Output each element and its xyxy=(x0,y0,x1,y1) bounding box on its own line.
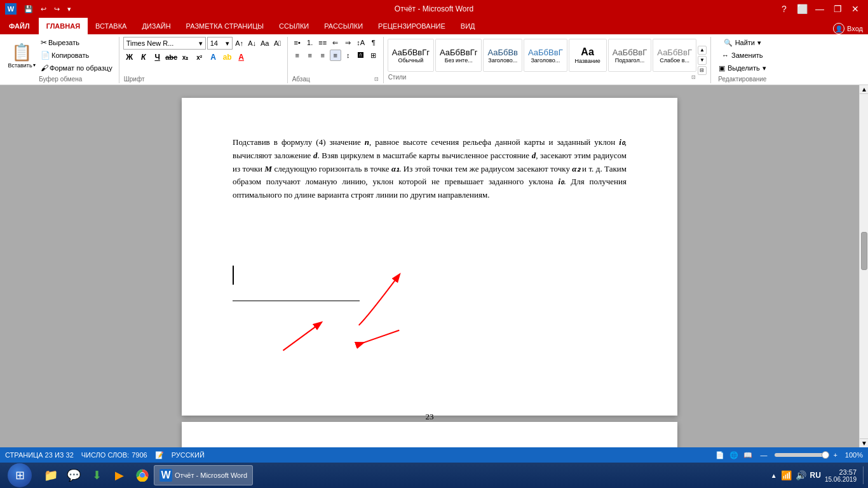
styles-scroll-up[interactable]: ▲ xyxy=(698,46,707,55)
style-title[interactable]: Аа Название xyxy=(569,39,607,72)
clear-format-btn[interactable]: A⃝ xyxy=(272,37,283,49)
tab-mailings[interactable]: РАССЫЛКИ xyxy=(316,18,370,34)
redo-quick-btn[interactable]: ↪ xyxy=(51,4,62,15)
close-btn[interactable]: ✕ xyxy=(848,1,863,17)
minimize-btn[interactable]: — xyxy=(812,1,827,17)
tab-file[interactable]: ФАЙЛ xyxy=(0,18,39,34)
font-grow-btn[interactable]: A↑ xyxy=(234,37,245,49)
find-button[interactable]: 🔍 Найти ▾ xyxy=(720,37,765,48)
select-button[interactable]: ▣ Выделить ▾ xyxy=(715,62,770,74)
sort-btn[interactable]: ↕A xyxy=(355,37,367,48)
taskbar: ⊞ 📁 💬 ⬇ ▶ W Отчёт - Microsoft Word ▲ 📶 🔊… xyxy=(0,463,868,488)
customize-quick-btn[interactable]: ▾ xyxy=(65,4,74,15)
login-button[interactable]: 👤 Вход xyxy=(833,23,863,34)
change-case-btn[interactable]: Aa xyxy=(259,37,271,49)
tab-view[interactable]: ВИД xyxy=(453,18,483,34)
clock-area[interactable]: 23:57 15.06.2019 xyxy=(825,468,857,483)
document-area[interactable]: Подставив в формулу (4) значение n, равн… xyxy=(0,85,859,447)
view-print-btn[interactable]: 📄 xyxy=(715,451,724,459)
tab-home[interactable]: ГЛАВНАЯ xyxy=(39,18,88,34)
font-family-select[interactable]: Times New R... ▾ xyxy=(123,37,206,50)
style-subtle-em[interactable]: АаБбВвГ Слабое в... xyxy=(653,39,696,72)
bullets-btn[interactable]: ≡• xyxy=(292,37,303,48)
tray-arrow[interactable]: ▲ xyxy=(771,472,777,479)
styles-expand-icon[interactable]: ⊡ xyxy=(691,74,696,80)
style-subtitle[interactable]: АаБбВвГ Подзагол... xyxy=(608,39,652,72)
tab-insert[interactable]: ВСТАВКА xyxy=(88,18,134,34)
font-shrink-btn[interactable]: A↓ xyxy=(247,37,258,49)
bold-button[interactable]: Ж xyxy=(123,51,136,64)
taskbar-downloader[interactable]: ⬇ xyxy=(85,465,108,485)
font-row-2: Ж К Ч abc x₂ x² A ab A xyxy=(123,51,248,64)
view-read-btn[interactable]: 📖 xyxy=(743,451,752,459)
taskbar-explorer[interactable]: 📁 xyxy=(39,465,62,485)
style-h2-label: Заголово... xyxy=(531,57,560,64)
proofing-icon[interactable]: 📝 xyxy=(155,451,164,459)
tab-references[interactable]: ССЫЛКИ xyxy=(271,18,316,34)
taskbar-media[interactable]: ▶ xyxy=(108,465,131,485)
save-quick-btn[interactable]: 💾 xyxy=(22,4,36,15)
taskbar-discord[interactable]: 💬 xyxy=(62,465,85,485)
zoom-minus-btn[interactable]: — xyxy=(760,451,767,459)
tab-design[interactable]: ДИЗАЙН xyxy=(134,18,178,34)
align-left-btn[interactable]: ≡ xyxy=(292,50,303,61)
align-right-btn[interactable]: ≡ xyxy=(317,50,329,61)
style-heading2[interactable]: АаБбВвГ Заголово... xyxy=(524,39,567,72)
font-color-btn[interactable]: A xyxy=(235,51,248,64)
styles-scroll-down[interactable]: ▼ xyxy=(698,56,707,65)
show-desktop-btn[interactable] xyxy=(863,466,865,484)
multilevel-btn[interactable]: ≡≡ xyxy=(317,37,329,48)
cut-button[interactable]: ✂ Вырезать xyxy=(38,37,115,48)
taskbar-word[interactable]: W Отчёт - Microsoft Word xyxy=(154,465,253,485)
language-indicator[interactable]: RU xyxy=(810,471,821,480)
italic-button[interactable]: К xyxy=(137,51,150,64)
superscript-button[interactable]: x² xyxy=(193,51,206,64)
undo-quick-btn[interactable]: ↩ xyxy=(38,4,49,15)
language[interactable]: РУССКИЙ xyxy=(172,451,205,459)
volume-icon[interactable]: 🔊 xyxy=(796,470,806,480)
zoom-plus-btn[interactable]: + xyxy=(833,451,837,459)
zoom-slider[interactable] xyxy=(775,453,825,457)
styles-scroll-more[interactable]: ⊟ xyxy=(698,66,707,75)
paragraph-group-content: ≡• 1. ≡≡ ⇐ ⇒ ↕A ¶ ≡ ≡ ≡ ≡ ↕ 🅰 ⊞ xyxy=(292,37,379,74)
borders-btn[interactable]: ⊞ xyxy=(368,50,379,61)
justify-btn[interactable]: ≡ xyxy=(330,50,341,61)
replace-label: Заменить xyxy=(731,51,763,59)
scroll-thumb[interactable] xyxy=(861,232,867,270)
view-web-btn[interactable]: 🌐 xyxy=(729,451,738,459)
underline-button[interactable]: Ч xyxy=(151,51,164,64)
help-btn[interactable]: ? xyxy=(776,1,792,17)
scroll-down-btn[interactable]: ▼ xyxy=(860,438,868,447)
decrease-indent-btn[interactable]: ⇐ xyxy=(330,37,341,48)
paragraph-expand-icon[interactable]: ⊡ xyxy=(374,76,379,82)
ribbon-display-btn[interactable]: ⬜ xyxy=(794,1,810,17)
highlight-btn[interactable]: ab xyxy=(221,51,234,64)
strikethrough-button[interactable]: abc xyxy=(165,51,178,64)
restore-btn[interactable]: ❐ xyxy=(830,1,845,17)
numbering-btn[interactable]: 1. xyxy=(304,37,316,48)
replace-button[interactable]: ↔ Заменить xyxy=(718,50,766,61)
start-button[interactable]: ⊞ xyxy=(3,464,37,487)
subscript-button[interactable]: x₂ xyxy=(179,51,192,64)
align-center-btn[interactable]: ≡ xyxy=(304,50,316,61)
text-effects-btn[interactable]: A xyxy=(207,51,220,64)
show-hide-btn[interactable]: ¶ xyxy=(368,37,379,48)
scroll-up-btn[interactable]: ▲ xyxy=(860,85,868,94)
increase-indent-btn[interactable]: ⇒ xyxy=(342,37,354,48)
shading-btn[interactable]: 🅰 xyxy=(355,50,367,61)
style-no-spacing[interactable]: АаБбВвГг Без инте... xyxy=(435,39,482,72)
zoom-level[interactable]: 100% xyxy=(845,451,863,459)
line-spacing-btn[interactable]: ↕ xyxy=(342,50,354,61)
tab-page-layout[interactable]: РАЗМЕТКА СТРАНИЦЫ xyxy=(179,18,271,34)
zoom-thumb[interactable] xyxy=(822,451,829,459)
vertical-scrollbar[interactable]: ▲ ▼ xyxy=(859,85,868,447)
style-normal[interactable]: АаБбВвГг Обычный xyxy=(388,39,434,72)
taskbar-chrome[interactable] xyxy=(131,465,154,485)
paste-button[interactable]: 📋 Вставить ▾ xyxy=(6,39,37,72)
style-heading1[interactable]: АаБбВв Заголово... xyxy=(483,39,522,72)
tab-review[interactable]: РЕЦЕНЗИРОВАНИЕ xyxy=(370,18,453,34)
font-size-select[interactable]: 14 ▾ xyxy=(207,37,233,50)
network-icon[interactable]: 📶 xyxy=(781,470,792,480)
format-painter-button[interactable]: 🖌 Формат по образцу xyxy=(38,62,115,74)
copy-button[interactable]: 📄 Копировать xyxy=(38,50,115,61)
